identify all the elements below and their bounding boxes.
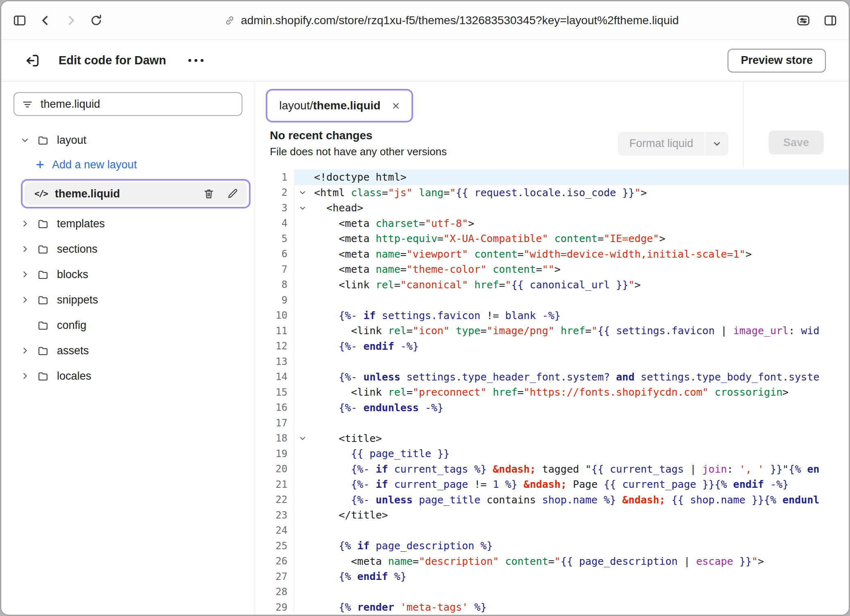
tab-bar: layout/theme.liquid × xyxy=(255,82,743,122)
fold-gutter xyxy=(294,247,311,262)
code-line[interactable]: 23 </title> xyxy=(255,507,849,523)
tab-theme-liquid[interactable]: layout/theme.liquid × xyxy=(269,93,409,119)
folder-label: assets xyxy=(57,344,245,357)
sidebar-item-snippets[interactable]: snippets xyxy=(1,287,255,313)
code-line[interactable]: 7 <meta name="theme-color" content=""> xyxy=(255,262,849,277)
link-icon xyxy=(224,15,235,26)
line-number: 27 xyxy=(255,569,294,584)
code-line[interactable]: 13 xyxy=(255,354,849,369)
file-search-input[interactable] xyxy=(40,97,234,111)
exit-code-editor-icon[interactable] xyxy=(24,52,41,69)
format-liquid-button[interactable]: Format liquid xyxy=(618,132,705,156)
fold-gutter xyxy=(294,385,311,400)
folder-label: config xyxy=(57,319,245,332)
file-search[interactable] xyxy=(14,92,242,116)
code-line[interactable]: 19 {{ page_title }} xyxy=(255,446,849,462)
delete-file-icon[interactable] xyxy=(203,188,215,200)
sidebar-item-blocks[interactable]: blocks xyxy=(1,262,255,287)
browser-window: admin.shopify.com/store/rzq1xu-f5/themes… xyxy=(1,1,849,615)
code-line[interactable]: 9 xyxy=(255,292,849,308)
code-text: {%- endif -%} xyxy=(311,339,849,354)
code-text: {%- unless page_title contains shop.name… xyxy=(311,492,849,508)
sidebar-item-sections[interactable]: sections xyxy=(1,236,255,262)
code-line[interactable]: 2<html class="js" lang="{{ request.local… xyxy=(255,185,849,201)
fold-gutter xyxy=(294,400,311,416)
more-menu-button[interactable] xyxy=(184,57,208,64)
code-line[interactable]: 12 {%- endif -%} xyxy=(255,339,849,354)
code-line[interactable]: 24 xyxy=(255,523,849,539)
code-line[interactable]: 22 {%- unless page_title contains shop.n… xyxy=(255,492,849,508)
code-text: <head> xyxy=(311,200,849,216)
format-liquid-dropdown-icon[interactable] xyxy=(705,132,728,156)
sidebar-item-assets[interactable]: assets xyxy=(1,338,255,363)
file-name: theme.liquid xyxy=(55,188,191,200)
status-subtitle: File does not have any other versions xyxy=(270,145,447,158)
code-text: {% render 'meta-tags' %} xyxy=(311,600,849,615)
code-line[interactable]: 16 {%- endunless -%} xyxy=(255,400,849,416)
add-new-layout-link[interactable]: Add a new layout xyxy=(1,153,255,177)
chevron-right-icon[interactable] xyxy=(20,270,37,279)
browser-back-button[interactable] xyxy=(39,14,52,27)
sidebar-item-config[interactable]: config xyxy=(1,313,255,338)
url-bar[interactable]: admin.shopify.com/store/rzq1xu-f5/themes… xyxy=(152,14,751,27)
browser-right-panel-icon[interactable] xyxy=(823,14,837,27)
chevron-right-icon[interactable] xyxy=(20,219,37,229)
sidebar-file-theme-liquid[interactable]: </>theme.liquid xyxy=(25,183,247,205)
browser-forward-button[interactable] xyxy=(64,14,77,27)
code-line[interactable]: 15 <link rel="preconnect" href="https://… xyxy=(255,385,849,400)
annotation-ring-tab: layout/theme.liquid × xyxy=(266,89,413,122)
code-line[interactable]: 8 <link rel="canonical" href="{{ canonic… xyxy=(255,277,849,293)
code-line[interactable]: 5 <meta http-equiv="X-UA-Compatible" con… xyxy=(255,231,849,247)
code-line[interactable]: 4 <meta charset="utf-8"> xyxy=(255,216,849,231)
browser-sidebar-toggle-icon[interactable] xyxy=(13,14,27,27)
fold-gutter xyxy=(294,339,311,354)
code-line[interactable]: 25 {% if page_description %} xyxy=(255,538,849,554)
code-line[interactable]: 27 {% endif %} xyxy=(255,569,849,584)
line-number: 2 xyxy=(255,185,294,201)
fold-gutter xyxy=(294,231,311,247)
folder-icon xyxy=(37,345,57,356)
line-number: 1 xyxy=(255,170,294,185)
code-line[interactable]: 18 <title> xyxy=(255,431,849,446)
code-line[interactable]: 20 {%- if current_tags %} &ndash; tagged… xyxy=(255,462,849,477)
line-number: 19 xyxy=(255,446,294,462)
code-line[interactable]: 29 {% render 'meta-tags' %} xyxy=(255,600,849,615)
sidebar-item-layout[interactable]: layout xyxy=(1,127,255,153)
chevron-right-icon[interactable] xyxy=(20,244,37,254)
line-number: 20 xyxy=(255,462,294,477)
folder-label: sections xyxy=(57,243,245,256)
code-line[interactable]: 28 xyxy=(255,584,849,600)
code-line[interactable]: 3 <head> xyxy=(255,200,849,216)
code-text: <html class="js" lang="{{ request.locale… xyxy=(311,185,849,201)
code-line[interactable]: 21 {%- if current_page != 1 %} &ndash; P… xyxy=(255,477,849,492)
preview-store-button[interactable]: Preview store xyxy=(728,49,826,72)
tab-close-icon[interactable]: × xyxy=(392,99,400,112)
rename-file-icon[interactable] xyxy=(226,188,239,200)
sidebar-item-locales[interactable]: locales xyxy=(1,363,255,389)
save-button[interactable]: Save xyxy=(769,131,824,154)
browser-chrome: admin.shopify.com/store/rzq1xu-f5/themes… xyxy=(1,1,849,40)
code-line[interactable]: 1<!doctype html> xyxy=(255,170,849,185)
fold-gutter xyxy=(294,308,311,324)
code-line[interactable]: 10 {%- if settings.favicon != blank -%} xyxy=(255,308,849,324)
code-line[interactable]: 14 {%- unless settings.type_header_font.… xyxy=(255,369,849,385)
chevron-right-icon[interactable] xyxy=(20,371,37,381)
code-line[interactable]: 26 <meta name="description" content="{{ … xyxy=(255,554,849,569)
chevron-down-icon[interactable] xyxy=(20,135,37,145)
chevron-right-icon[interactable] xyxy=(20,346,37,356)
code-text: <meta name="viewport" content="width=dev… xyxy=(311,247,849,262)
fold-toggle-icon[interactable] xyxy=(294,185,311,201)
fold-toggle-icon[interactable] xyxy=(294,431,311,446)
code-line[interactable]: 6 <meta name="viewport" content="width=d… xyxy=(255,247,849,262)
line-number: 6 xyxy=(255,247,294,262)
folder-icon xyxy=(37,134,57,146)
fold-toggle-icon[interactable] xyxy=(294,200,311,216)
browser-reload-button[interactable] xyxy=(90,14,103,27)
code-editor[interactable]: 1<!doctype html>2<html class="js" lang="… xyxy=(255,167,849,615)
sidebar-item-templates[interactable]: templates xyxy=(1,211,255,236)
chevron-right-icon[interactable] xyxy=(20,295,37,305)
code-line[interactable]: 11 <link rel="icon" type="image/png" hre… xyxy=(255,323,849,339)
code-text: {%- if settings.favicon != blank -%} xyxy=(311,308,849,324)
browser-page-settings-icon[interactable] xyxy=(796,14,811,27)
code-line[interactable]: 17 xyxy=(255,415,849,431)
